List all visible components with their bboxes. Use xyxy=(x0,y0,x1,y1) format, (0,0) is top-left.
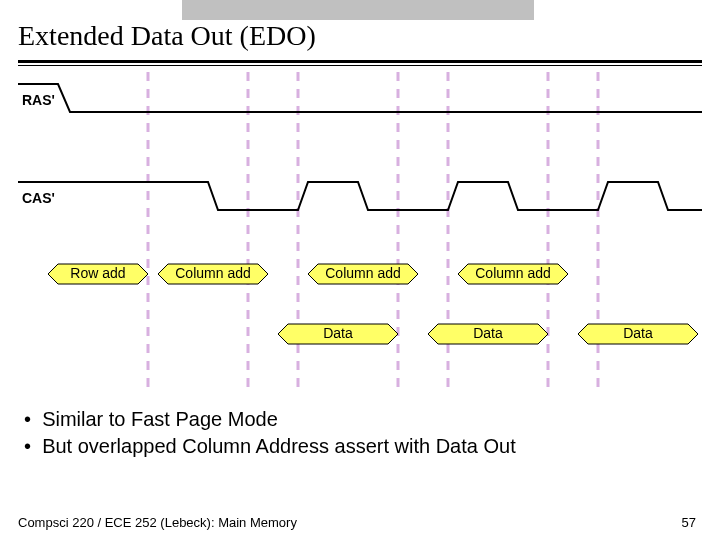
bullet-2: • But overlapped Column Address assert w… xyxy=(24,433,516,460)
col-add-3-label: Column add xyxy=(475,265,551,281)
data-3-label: Data xyxy=(623,325,653,341)
footer-left: Compsci 220 / ECE 252 (Lebeck): Main Mem… xyxy=(18,515,297,530)
bullet-list: • Similar to Fast Page Mode • But overla… xyxy=(24,406,516,460)
title-underline xyxy=(18,60,702,66)
row-add-label: Row add xyxy=(70,265,125,281)
bullet-1: • Similar to Fast Page Mode xyxy=(24,406,516,433)
timing-svg: Row add Column add Column add Column add… xyxy=(18,72,702,392)
data-1-label: Data xyxy=(323,325,353,341)
timing-diagram: RAS' CAS' Row add Column add Column add … xyxy=(18,72,702,392)
col-add-2-label: Column add xyxy=(325,265,401,281)
page-number: 57 xyxy=(682,515,696,530)
col-add-1-label: Column add xyxy=(175,265,251,281)
slide-title: Extended Data Out (EDO) xyxy=(18,20,316,52)
data-2-label: Data xyxy=(473,325,503,341)
ras-label: RAS' xyxy=(22,92,55,108)
slide-accent-bar xyxy=(182,0,534,20)
cas-label: CAS' xyxy=(22,190,55,206)
